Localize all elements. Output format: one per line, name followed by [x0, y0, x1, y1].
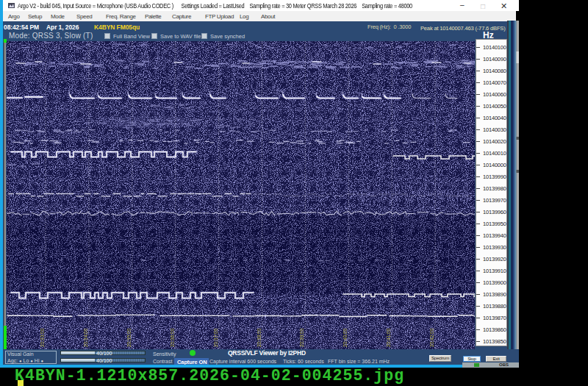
svg-text:20:37:00: 20:37:00 — [213, 328, 218, 347]
svg-text:20:35:00: 20:35:00 — [126, 328, 132, 347]
svg-text:20:42:00: 20:42:00 — [429, 328, 434, 347]
svg-text:20:38:00: 20:38:00 — [257, 328, 262, 347]
svg-text:20:33:00: 20:33:00 — [40, 328, 45, 347]
svg-text:20:41:00: 20:41:00 — [386, 328, 391, 347]
svg-text:20:39:00: 20:39:00 — [299, 328, 304, 347]
svg-text:20:34:00: 20:34:00 — [83, 328, 88, 347]
svg-text:20:40:00: 20:40:00 — [343, 328, 348, 347]
svg-text:20:36:00: 20:36:00 — [170, 328, 175, 347]
